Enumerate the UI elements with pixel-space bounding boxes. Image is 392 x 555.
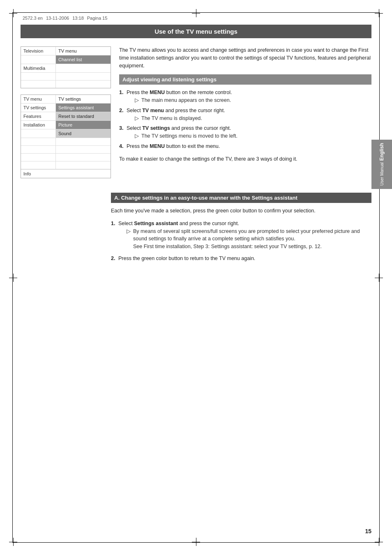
step-1-sub-text: The main menu appears on the screen.	[141, 97, 231, 104]
section1-note: To make it easier to change the settings…	[119, 155, 371, 163]
section2-step-1-sub: ▷ By means of several split screens/full…	[127, 228, 371, 251]
section2-step-1-sub-text: By means of several split screens/full s…	[133, 228, 371, 251]
step-3-sub-text: The TV settings menu is moved to the lef…	[141, 132, 238, 140]
step-1: 1. Press the MENU button on the remote c…	[119, 89, 371, 105]
menu-row-empty-5	[21, 154, 111, 161]
step-3: 3. Select TV settings and press the curs…	[119, 124, 371, 141]
section1: Adjust viewing and listening settings 1.…	[119, 74, 371, 163]
section2-heading: A. Change settings in an easy-to-use man…	[111, 193, 371, 203]
doc-time: 13:18	[72, 16, 84, 21]
menu-cell-channel-list: Channel list	[56, 55, 111, 64]
menu-row-multimedia: Multimedia	[21, 64, 111, 73]
section2: A. Change settings in an easy-to-use man…	[111, 193, 371, 263]
step-3-num: 3.	[119, 124, 127, 132]
page-title: Use of the TV menu settings	[21, 25, 371, 38]
crosshair-top-left	[9, 9, 17, 17]
menu-row-empty-1	[21, 73, 111, 81]
step-4-num: 4.	[119, 143, 127, 150]
menu-row-television: Television TV menu	[21, 47, 111, 55]
step-1-bold: MENU	[150, 90, 165, 95]
section2-step-2-num: 2.	[111, 255, 118, 263]
section2-intro: Each time you've made a selection, press…	[111, 207, 371, 215]
menu-cell-empty-6	[21, 138, 56, 145]
content-area: Use of the TV menu settings Television T…	[21, 25, 371, 534]
top-section: Television TV menu Channel list Multimed…	[21, 46, 371, 184]
step-2: 2. Select TV menu and press the cursor r…	[119, 107, 371, 123]
menu-box-1: Television TV menu Channel list Multimed…	[21, 46, 111, 88]
header-metadata: 2572.3 en 13-11-2006 13:18 Pagina 15	[23, 16, 107, 21]
menu-cell-empty-3	[56, 73, 111, 80]
menu-cell-empty-5	[56, 81, 111, 88]
doc-id: 2572.3 en	[23, 16, 43, 21]
crosshair-top-center	[192, 9, 200, 17]
menu-box-2: TV menu TV settings TV settings Settings…	[21, 94, 111, 178]
menu-cell-television-label: Television	[21, 47, 56, 55]
menu-row-empty-3	[21, 138, 111, 146]
menu-cell-multimedia-right	[56, 64, 111, 72]
menu-info-row: Info	[21, 169, 111, 178]
step-2-sub-text: The TV menu is displayed.	[141, 115, 202, 122]
menu-cell-empty-13	[56, 161, 111, 169]
menu-row-empty-6	[21, 161, 111, 169]
menu-row-tvmenu: TV menu TV settings	[21, 95, 111, 104]
section2-steps: 1. Select Settings assistant and press t…	[111, 220, 371, 263]
side-tab-type: User Manual	[380, 162, 384, 186]
crosshair-bottom-right	[375, 538, 383, 546]
step-3-sub: ▷ The TV settings menu is moved to the l…	[135, 132, 371, 140]
section2-step-2: 2. Press the green color button to retur…	[111, 255, 371, 263]
menu-row-empty-4	[21, 146, 111, 154]
menu-cell-picture: Picture	[56, 121, 111, 129]
step-2-sub: ▷ The TV menu is displayed.	[135, 115, 371, 122]
step-1-content: Press the MENU button on the remote cont…	[127, 89, 371, 105]
pagina-label: Pagina 15	[87, 16, 108, 21]
step-3-content: Select TV settings and press the cursor …	[127, 124, 371, 141]
doc-date: 13-11-2006	[46, 16, 69, 21]
menu-row-features: Features Reset to standard	[21, 112, 111, 121]
section1-heading: Adjust viewing and listening settings	[119, 74, 371, 85]
menu-cell-empty-7	[56, 138, 111, 145]
step-3-bold: TV settings	[142, 125, 170, 131]
section2-step-1-bold: Settings assistant	[134, 221, 178, 226]
menu-row-channel-list: Channel list	[21, 55, 111, 64]
step-1-sub: ▷ The main menu appears on the screen.	[135, 97, 371, 104]
menu-cell-empty-s1	[21, 129, 56, 138]
crosshair-bottom-center	[192, 538, 200, 546]
page-number: 15	[365, 528, 371, 534]
menu-cell-tv-menu: TV menu	[56, 47, 111, 55]
intro-text: The TV menu allows you to access and cha…	[119, 46, 371, 69]
side-tab-language: English	[379, 143, 385, 161]
step-4: 4. Press the MENU button to exit the men…	[119, 143, 371, 150]
step-2-num: 2.	[119, 107, 127, 115]
menu-cell-tvsettings: TV settings	[56, 95, 111, 103]
menu-cell-multimedia-label: Multimedia	[21, 64, 56, 72]
section2-step-1-num: 1.	[111, 220, 118, 228]
menu-cell-empty-4	[21, 81, 56, 88]
arrow-2: ▷	[135, 115, 141, 122]
menu-row-installation: Installation Picture	[21, 121, 111, 129]
menu-cell-tvmenu-label: TV menu	[21, 95, 56, 103]
section2-step-1-content: Select Settings assistant and press the …	[118, 220, 371, 251]
step-2-bold: TV menu	[142, 108, 164, 113]
menu-cell-reset-standard: Reset to standard	[56, 112, 111, 120]
menu-cell-tvsettings-label: TV settings	[21, 104, 56, 112]
menu-cell-empty-11	[56, 154, 111, 161]
arrow-s1: ▷	[127, 228, 133, 251]
menu-row-sound: Sound	[21, 129, 111, 138]
section1-steps: 1. Press the MENU button on the remote c…	[119, 89, 371, 150]
step-4-bold: MENU	[150, 143, 165, 149]
section2-heading-text: Change settings in an easy-to-use manner…	[121, 195, 297, 201]
menu-cell-empty-1	[21, 55, 56, 64]
menu-cell-sound: Sound	[56, 129, 111, 138]
menu-cell-empty-10	[21, 154, 56, 161]
menu-cell-settings-assistant: Settings assistant	[56, 104, 111, 112]
section2-step-1: 1. Select Settings assistant and press t…	[111, 220, 371, 251]
section2-heading-a: A.	[114, 195, 120, 201]
menu-cell-features-label: Features	[21, 112, 56, 120]
menu-row-tvsettings: TV settings Settings assistant	[21, 104, 111, 112]
crosshair-left-center	[9, 274, 17, 282]
step-1-num: 1.	[119, 89, 127, 97]
step-2-content: Select TV menu and press the cursor righ…	[127, 107, 371, 123]
crosshair-bottom-left	[9, 538, 17, 546]
arrow-3: ▷	[135, 132, 141, 140]
menu-cell-empty-9	[56, 146, 111, 153]
